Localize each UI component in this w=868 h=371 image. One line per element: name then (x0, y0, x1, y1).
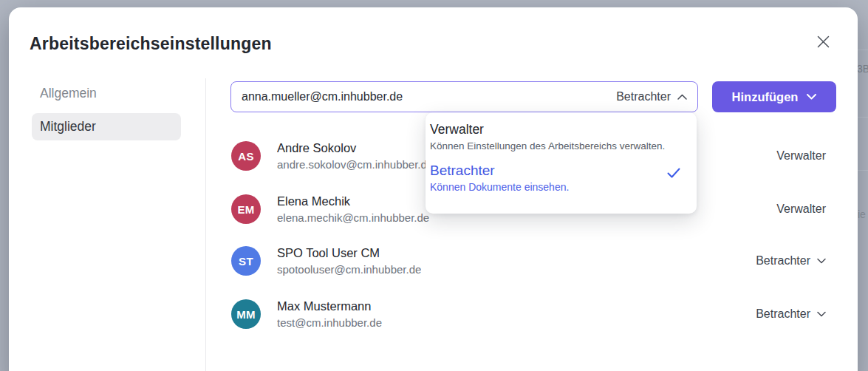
member-email: spotooluser@cm.inhubber.de (277, 263, 421, 276)
member-name: Elena Mechik (277, 194, 429, 208)
member-info: Max Mustermann test@cm.inhubber.de (277, 299, 382, 329)
close-button[interactable] (811, 30, 835, 53)
member-role-value: Verwalter (776, 149, 826, 163)
member-email: andre.sokolov@cm.inhubber.de (277, 158, 433, 171)
member-role-value: Betrachter (756, 307, 810, 321)
backdrop-divider (858, 170, 868, 171)
backdrop-divider (858, 117, 868, 118)
member-role-select[interactable]: Betrachter (756, 307, 826, 321)
member-role-select[interactable]: Betrachter (756, 254, 826, 268)
add-button-label: Hinzufügen (732, 90, 799, 104)
sidebar-item-allgemein[interactable]: Allgemein (40, 86, 97, 101)
role-select[interactable]: Betrachter (616, 90, 687, 103)
add-button[interactable]: Hinzufügen (712, 81, 836, 112)
member-info: Elena Mechik elena.mechik@cm.inhubber.de (277, 194, 429, 224)
sidebar-item-mitglieder[interactable]: Mitglieder (32, 113, 181, 140)
role-option-betrachter[interactable]: Betrachter Können Dokumente einsehen. (430, 163, 685, 193)
member-info: SPO Tool User CM spotooluser@cm.inhubber… (277, 246, 421, 276)
workspace-settings-modal: Arbeitsbereichseinstellungen Allgemein M… (9, 7, 858, 371)
member-role-value: Betrachter (756, 254, 810, 268)
backdrop-text-fragment: 3B (857, 63, 868, 75)
member-role-label: Verwalter (776, 149, 826, 163)
member-name: SPO Tool User CM (277, 246, 421, 260)
member-info: Andre Sokolov andre.sokolov@cm.inhubber.… (277, 141, 433, 171)
avatar: EM (231, 194, 261, 224)
member-role-value: Verwalter (776, 202, 826, 216)
email-input[interactable]: anna.mueller@cm.inhubber.de Betrachter (230, 81, 698, 112)
backdrop-divider (858, 50, 868, 50)
screen-background: 3B ie Arbeitsbereichseinstellungen Allge… (0, 0, 868, 371)
avatar: ST (231, 246, 261, 276)
check-icon (667, 168, 680, 178)
role-select-value: Betrachter (616, 90, 671, 103)
email-input-value: anna.mueller@cm.inhubber.de (242, 90, 403, 103)
chevron-down-icon (817, 258, 826, 264)
role-option-name: Betrachter (430, 163, 495, 179)
avatar: AS (231, 141, 261, 171)
member-name: Andre Sokolov (277, 141, 433, 155)
member-email: elena.mechik@cm.inhubber.de (277, 211, 429, 224)
close-icon (817, 35, 830, 48)
sidebar-divider (205, 78, 206, 371)
member-name: Max Mustermann (277, 299, 382, 313)
member-email: test@cm.inhubber.de (277, 316, 382, 329)
role-option-description: Können Einstellungen des Arbeitsbereichs… (430, 140, 685, 152)
page-title: Arbeitsbereichseinstellungen (30, 34, 272, 54)
role-option-description: Können Dokumente einsehen. (430, 181, 685, 193)
avatar: MM (231, 299, 261, 329)
member-role-label: Verwalter (776, 202, 826, 216)
role-option-verwalter[interactable]: Verwalter Können Einstellungen des Arbei… (430, 122, 685, 152)
chevron-up-icon (677, 94, 687, 100)
role-option-name: Verwalter (430, 122, 685, 137)
role-dropdown-menu: Verwalter Können Einstellungen des Arbei… (426, 112, 697, 214)
chevron-down-icon (817, 311, 826, 317)
chevron-down-icon (807, 94, 816, 100)
member-row: ST SPO Tool User CM spotooluser@cm.inhub… (231, 234, 826, 287)
backdrop-text-fragment: ie (858, 208, 866, 220)
member-row: MM Max Mustermann test@cm.inhubber.de Be… (231, 287, 826, 341)
